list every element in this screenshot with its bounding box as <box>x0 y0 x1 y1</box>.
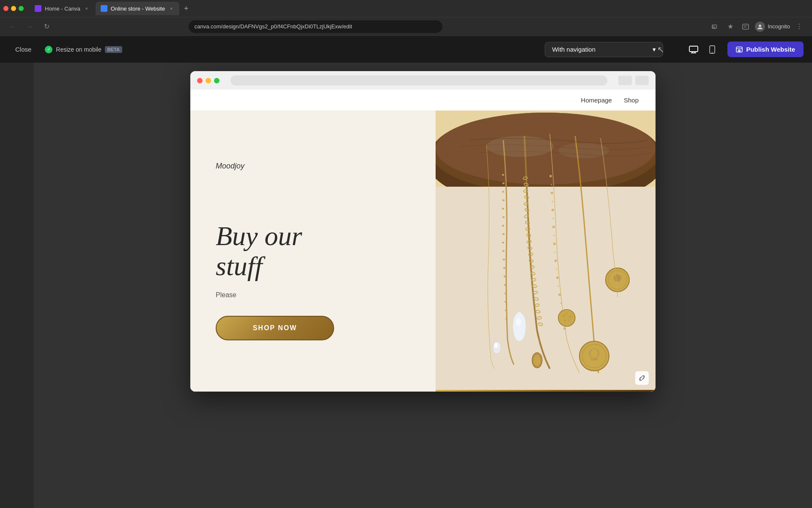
preview-minimize-light[interactable] <box>206 78 211 83</box>
nav-homepage-link[interactable]: Homepage <box>581 97 612 104</box>
desktop-view-button[interactable] <box>685 41 702 58</box>
jewelry-svg: COIN <box>436 110 656 390</box>
incognito-badge[interactable]: Incognito <box>755 22 790 32</box>
svg-rect-19 <box>502 182 505 184</box>
cursor-pointer-icon: ↖ <box>657 44 664 55</box>
svg-point-70 <box>554 260 557 262</box>
tab-canva-home[interactable]: Home - Canva × <box>30 2 95 15</box>
svg-point-74 <box>558 293 561 296</box>
browser-chrome: Home - Canva × Online store - Website × … <box>0 0 812 36</box>
resize-mobile-label: Resize on mobile <box>56 46 101 53</box>
svg-rect-1 <box>743 24 749 29</box>
svg-text:COIN: COIN <box>591 358 598 361</box>
svg-rect-23 <box>502 216 505 218</box>
svg-rect-31 <box>504 284 506 286</box>
svg-point-60 <box>549 175 552 177</box>
tab-search-icon[interactable] <box>740 21 752 33</box>
close-button[interactable]: Close <box>8 42 38 56</box>
browser-actions: ★ Incognito ⋮ <box>709 21 805 33</box>
expand-icon[interactable] <box>635 371 649 385</box>
check-icon: ✓ <box>45 46 52 53</box>
svg-rect-33 <box>505 301 507 303</box>
preview-traffic-lights <box>197 78 219 83</box>
svg-point-10 <box>712 52 713 52</box>
cast-icon[interactable] <box>709 21 721 33</box>
svg-point-4 <box>759 25 761 27</box>
svg-rect-28 <box>503 259 505 260</box>
svg-point-92 <box>563 315 565 317</box>
close-window-light[interactable] <box>3 6 8 11</box>
toolbar-icons <box>685 41 721 58</box>
svg-point-65 <box>553 218 554 219</box>
svg-point-69 <box>554 252 556 253</box>
nav-dropdown[interactable]: With navigation ▾ <box>545 42 663 57</box>
hero-title: Buy ourstuff <box>216 221 410 281</box>
publish-label: Publish Website <box>746 46 795 53</box>
svg-rect-22 <box>502 208 504 210</box>
preview-nav-btn-2 <box>635 76 649 85</box>
minimize-window-light[interactable] <box>11 6 16 11</box>
svg-point-63 <box>552 201 553 202</box>
svg-rect-35 <box>505 318 508 320</box>
nav-dropdown-label: With navigation <box>552 46 595 53</box>
bookmark-icon[interactable]: ★ <box>724 21 736 33</box>
svg-point-75 <box>560 303 562 304</box>
mobile-view-button[interactable] <box>704 41 721 58</box>
svg-rect-27 <box>502 250 505 252</box>
incognito-avatar <box>755 22 765 32</box>
svg-point-90 <box>614 274 621 282</box>
website-hero-image: COIN <box>436 110 656 392</box>
nav-shop-link[interactable]: Shop <box>624 97 639 104</box>
website-content: Homepage Shop Moodjoy Buy ourstuff Pleas… <box>190 90 656 392</box>
preview-browser: Homepage Shop Moodjoy Buy ourstuff Pleas… <box>190 71 656 392</box>
svg-point-82 <box>590 349 598 358</box>
svg-rect-20 <box>502 191 504 193</box>
svg-rect-32 <box>505 293 507 294</box>
svg-rect-18 <box>502 174 504 176</box>
new-tab-button[interactable]: + <box>180 3 192 14</box>
svg-point-94 <box>569 316 571 318</box>
svg-point-85 <box>534 355 540 366</box>
svg-point-67 <box>554 235 555 236</box>
svg-rect-5 <box>689 46 698 52</box>
svg-point-96 <box>564 320 566 321</box>
more-options-icon[interactable]: ⋮ <box>793 21 805 33</box>
preview-fullscreen-light[interactable] <box>214 78 219 83</box>
svg-point-72 <box>556 276 559 279</box>
svg-point-61 <box>551 184 552 185</box>
back-button[interactable]: ← <box>7 21 19 33</box>
svg-rect-29 <box>503 267 505 269</box>
address-bar: ← → ↻ ★ Incognito ⋮ <box>0 17 812 36</box>
chevron-down-icon: ▾ <box>653 46 656 53</box>
online-store-favicon <box>101 5 107 12</box>
incognito-label: Incognito <box>768 23 790 30</box>
svg-rect-24 <box>502 225 504 226</box>
preview-nav-btns <box>618 76 649 85</box>
svg-rect-25 <box>502 233 505 235</box>
preview-nav-btn-1 <box>618 76 632 85</box>
svg-point-99 <box>558 143 609 158</box>
tab-online-title: Online store - Website <box>111 6 165 12</box>
website-hero-text: Moodjoy Buy ourstuff Please SHOP NOW <box>190 110 436 392</box>
resize-mobile-badge: ✓ Resize on mobile BETA <box>45 46 122 53</box>
website-hero: Moodjoy Buy ourstuff Please SHOP NOW Sho… <box>190 110 656 392</box>
tab-online-store[interactable]: Online store - Website × <box>96 2 179 15</box>
svg-point-97 <box>516 318 521 326</box>
svg-rect-26 <box>502 242 504 243</box>
address-input[interactable] <box>189 20 442 33</box>
website-preview-container: Homepage Shop Moodjoy Buy ourstuff Pleas… <box>34 63 812 508</box>
tab-online-close[interactable]: × <box>168 6 174 11</box>
hero-subtitle: Please <box>216 291 410 299</box>
tab-canva-close[interactable]: × <box>84 6 90 11</box>
svg-rect-34 <box>505 309 507 311</box>
publish-website-button[interactable]: Publish Website <box>727 41 804 57</box>
svg-point-91 <box>558 309 575 326</box>
website-nav: Homepage Shop <box>190 90 656 110</box>
preview-close-light[interactable] <box>197 78 203 83</box>
canva-favicon <box>35 5 41 12</box>
tab-bar: Home - Canva × Online store - Website × … <box>0 0 812 17</box>
refresh-button[interactable]: ↻ <box>41 21 52 33</box>
fullscreen-window-light[interactable] <box>19 6 24 11</box>
forward-button[interactable]: → <box>24 21 36 33</box>
hero-cta-button[interactable]: SHOP NOW <box>216 316 334 340</box>
